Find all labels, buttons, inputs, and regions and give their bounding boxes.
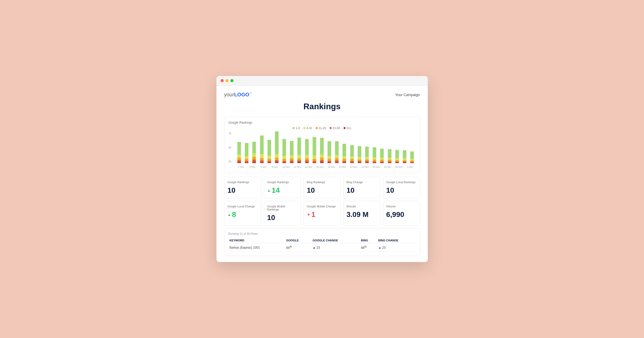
cell-bing-change: ▲ 23 bbox=[377, 243, 416, 252]
table-info: Showing 11 of 35 Rows bbox=[228, 232, 416, 235]
bar-stack bbox=[358, 146, 361, 163]
bar-segment bbox=[342, 162, 346, 163]
bar-segment bbox=[320, 162, 324, 163]
metric-card: Volume6,990 bbox=[383, 201, 420, 226]
bar-stack bbox=[282, 139, 286, 163]
bar-group bbox=[303, 132, 310, 163]
bar-group bbox=[318, 132, 325, 163]
bar-segment bbox=[328, 156, 331, 159]
bar-segment bbox=[403, 162, 406, 163]
x-label: 26 Nov bbox=[371, 166, 382, 168]
x-label: 8 Nov bbox=[270, 166, 280, 168]
col-keyword: KEYWORD bbox=[228, 238, 285, 243]
bars-container bbox=[236, 132, 416, 163]
chart-title: Google Rankings bbox=[229, 121, 416, 124]
legend-label-1-3: 1-3 bbox=[296, 126, 300, 130]
bar-segment bbox=[305, 139, 309, 155]
metrics-row-2: Google Local Change▲8Google Mobile Ranki… bbox=[224, 201, 420, 226]
bar-segment bbox=[395, 162, 399, 163]
x-label: 16 Nov bbox=[315, 166, 325, 168]
close-button-dot[interactable] bbox=[221, 79, 224, 82]
minimize-button-dot[interactable] bbox=[225, 79, 229, 82]
metric-label: Google Local Rankings bbox=[386, 181, 417, 184]
cell-google-change: ▲ 23 bbox=[311, 243, 359, 252]
bar-segment bbox=[290, 162, 294, 163]
x-label: 14 Nov bbox=[303, 166, 314, 168]
bar-segment bbox=[358, 146, 361, 157]
metric-label: Google Mobile Change bbox=[307, 205, 337, 208]
metric-value: 8 bbox=[232, 210, 236, 219]
metric-label: Google Rankings bbox=[267, 181, 298, 184]
bar-segment bbox=[320, 138, 324, 154]
bar-segment bbox=[313, 162, 316, 163]
cell-bing: 86th bbox=[359, 243, 377, 252]
bar-segment bbox=[358, 157, 361, 159]
metric-value: 10 bbox=[307, 186, 315, 195]
metric-value: 10 bbox=[228, 186, 236, 195]
metric-label: Volume bbox=[386, 205, 417, 208]
bar-segment bbox=[350, 159, 354, 161]
bar-segment bbox=[282, 159, 286, 161]
bar-segment bbox=[252, 160, 256, 162]
metric-value-row: 10 bbox=[267, 214, 298, 222]
metric-value: 10 bbox=[386, 186, 394, 195]
bar-group bbox=[258, 132, 265, 163]
logo-plain: your bbox=[224, 92, 234, 97]
bar-segment bbox=[260, 154, 264, 158]
bar-segment bbox=[328, 159, 331, 161]
metric-label: Google Mobile Rankings bbox=[267, 205, 298, 211]
metric-value: 14 bbox=[272, 186, 280, 195]
arrow-up-icon: ▲ bbox=[228, 213, 231, 217]
col-google: GOOGLE bbox=[285, 238, 311, 243]
bar-segment bbox=[373, 162, 376, 163]
metric-card: Google Rankings10 bbox=[224, 177, 261, 198]
bar-segment bbox=[320, 154, 324, 158]
bar-segment bbox=[237, 154, 241, 158]
bar-segment bbox=[380, 149, 384, 158]
legend-11-20: 11-20 bbox=[316, 126, 326, 130]
bar-segment bbox=[282, 139, 286, 156]
metric-label: Google Rankings bbox=[228, 181, 258, 184]
header-row: yourLOGO™ Your Campaign bbox=[224, 92, 420, 98]
bar-segment bbox=[395, 158, 399, 160]
table-card: Showing 11 of 35 Rows KEYWORD GOOGLE GOO… bbox=[224, 228, 420, 256]
bar-segment bbox=[290, 158, 294, 161]
bar-segment bbox=[267, 140, 271, 156]
metric-value-row: ▲14 bbox=[267, 186, 298, 195]
legend-label-21-50: 21-50 bbox=[333, 126, 340, 130]
bar-segment bbox=[335, 158, 339, 161]
bar-segment bbox=[335, 141, 339, 155]
bar-segment bbox=[403, 150, 406, 158]
table-row: Barkas (Баркас) 100186th▲ 2386th▲ 23 bbox=[228, 243, 416, 252]
bar-segment bbox=[380, 162, 384, 163]
bar-segment bbox=[260, 162, 264, 163]
bar-segment bbox=[313, 155, 316, 159]
bar-segment bbox=[252, 153, 256, 157]
bar-segment bbox=[365, 157, 369, 159]
bar-segment bbox=[245, 162, 248, 163]
bar-segment bbox=[297, 158, 301, 160]
bar-segment bbox=[350, 162, 354, 163]
bar-segment bbox=[267, 156, 271, 159]
maximize-button-dot[interactable] bbox=[230, 79, 233, 82]
bar-group bbox=[394, 132, 400, 163]
cell-google: 86th bbox=[285, 243, 311, 252]
bar-group bbox=[243, 132, 250, 163]
bar-segment bbox=[328, 141, 331, 156]
bar-stack bbox=[297, 138, 301, 163]
bar-stack bbox=[410, 151, 414, 163]
bar-stack bbox=[320, 138, 324, 163]
bar-segment bbox=[342, 156, 346, 159]
bar-stack bbox=[260, 136, 264, 163]
bar-group bbox=[266, 132, 273, 163]
legend-dot-11-20 bbox=[316, 127, 318, 129]
table-header-row: KEYWORD GOOGLE GOOGLE CHANGE BING BING C… bbox=[228, 238, 416, 243]
browser-window: yourLOGO™ Your Campaign Rankings Google … bbox=[216, 76, 428, 262]
bar-segment bbox=[335, 162, 339, 163]
bar-stack bbox=[245, 143, 248, 163]
metric-label: Google Local Change bbox=[228, 205, 258, 208]
chart-area: 75 50 25 2 Nov4 Nov6 Nov8 Nov10 Nov12 No… bbox=[229, 132, 416, 168]
bar-segment bbox=[245, 143, 248, 156]
bar-segment bbox=[388, 162, 391, 163]
y-label-25: 25 bbox=[229, 160, 234, 163]
